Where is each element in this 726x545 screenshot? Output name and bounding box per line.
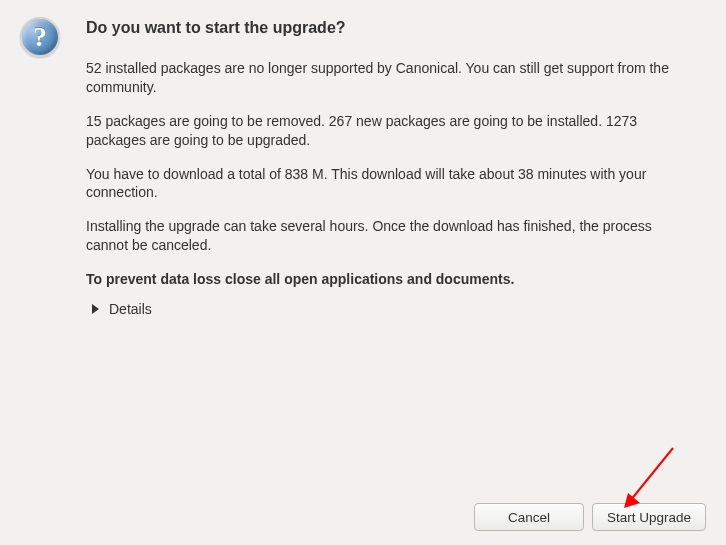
start-upgrade-button[interactable]: Start Upgrade: [592, 503, 706, 531]
dialog-text-content: Do you want to start the upgrade? 52 ins…: [86, 15, 706, 317]
cancel-button[interactable]: Cancel: [474, 503, 584, 531]
dialog-icon-container: ?: [20, 17, 68, 57]
button-bar: Cancel Start Upgrade: [474, 503, 706, 531]
dialog-paragraph-packages: 15 packages are going to be removed. 267…: [86, 112, 696, 150]
chevron-right-icon: [92, 304, 99, 314]
details-label: Details: [109, 301, 152, 317]
question-icon: ?: [20, 17, 60, 57]
dialog-paragraph-unsupported: 52 installed packages are no longer supp…: [86, 59, 696, 97]
dialog-title: Do you want to start the upgrade?: [86, 19, 696, 37]
details-toggle[interactable]: Details: [92, 301, 696, 317]
question-mark-glyph: ?: [33, 23, 47, 51]
dialog-warning: To prevent data loss close all open appl…: [86, 270, 696, 289]
svg-line-0: [630, 448, 673, 501]
dialog-content: ? Do you want to start the upgrade? 52 i…: [0, 0, 726, 332]
dialog-paragraph-install-time: Installing the upgrade can take several …: [86, 217, 696, 255]
dialog-paragraph-download: You have to download a total of 838 M. T…: [86, 165, 696, 203]
